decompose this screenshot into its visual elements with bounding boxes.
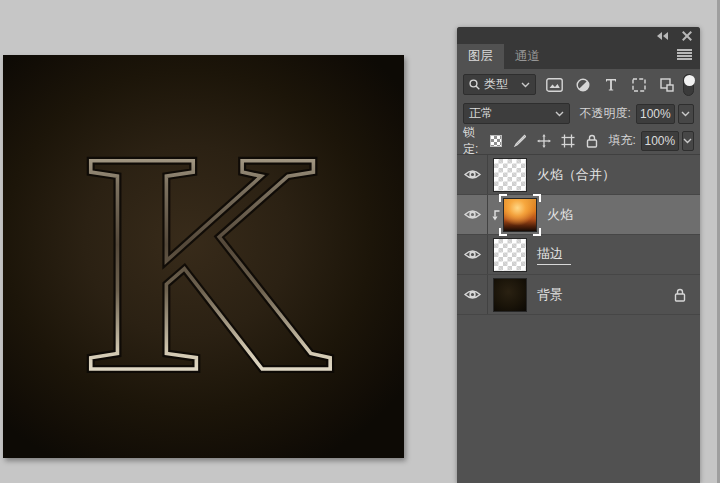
close-icon[interactable] [682, 31, 692, 41]
lock-icons [488, 133, 600, 149]
search-icon [469, 79, 480, 90]
blend-mode-value: 正常 [469, 105, 493, 122]
filter-toggle-knob [684, 75, 695, 86]
fill-label: 填充: [609, 132, 636, 149]
layer-thumbnail[interactable] [493, 278, 527, 312]
lock-all-icon[interactable] [584, 133, 600, 149]
layer-thumbnail[interactable] [493, 158, 527, 192]
filter-adjustment-layers-icon[interactable] [574, 76, 591, 93]
chevron-down-icon [521, 82, 530, 88]
filter-pixel-layers-icon[interactable] [546, 76, 563, 93]
chevron-down-icon [683, 138, 692, 144]
chevron-down-icon [681, 111, 690, 117]
eye-icon [464, 289, 481, 300]
layers-panel: 图层 通道 类型 [457, 27, 700, 483]
panel-tabs: 图层 通道 [457, 44, 700, 69]
filter-shape-layers-icon[interactable] [630, 76, 647, 93]
layer-row-background[interactable]: 背景 [457, 275, 700, 315]
filter-type-icons [546, 76, 675, 93]
filter-kind-select[interactable]: 类型 [463, 74, 536, 95]
layer-lock-icon [674, 288, 686, 302]
svg-text:K: K [85, 86, 333, 438]
panel-menu-icon[interactable] [677, 49, 692, 60]
fill-value[interactable]: 100% [641, 131, 679, 151]
chevron-down-icon [555, 111, 564, 117]
document-canvas[interactable]: K K [3, 55, 404, 458]
clipping-mask-icon [488, 209, 503, 221]
filter-toggle-switch[interactable] [683, 74, 694, 96]
layer-row-flame-merged[interactable]: 火焰（合并） [457, 155, 700, 195]
layer-row-flame[interactable]: 火焰 [457, 195, 700, 235]
fill-dropdown-button[interactable] [682, 131, 694, 151]
layer-list: 火焰（合并） [457, 154, 700, 315]
visibility-toggle[interactable] [457, 195, 488, 234]
blend-mode-select[interactable]: 正常 [463, 103, 570, 124]
lock-pixels-icon[interactable] [512, 133, 528, 149]
blend-opacity-row: 正常 不透明度: 100% [457, 100, 700, 127]
tab-channels[interactable]: 通道 [504, 44, 551, 69]
opacity-label: 不透明度: [579, 105, 630, 122]
opacity-value[interactable]: 100% [636, 104, 675, 124]
layer-thumbnail-selected[interactable] [503, 198, 537, 232]
visibility-toggle[interactable] [457, 155, 488, 194]
layer-row-stroke[interactable]: 描边 [457, 235, 700, 275]
lock-transparency-icon[interactable] [488, 133, 504, 149]
lock-position-icon[interactable] [536, 133, 552, 149]
layer-name[interactable]: 描边 [537, 245, 571, 265]
lock-fill-row: 锁定: [457, 127, 700, 154]
layer-name[interactable]: 火焰 [547, 206, 573, 224]
opacity-dropdown-button[interactable] [678, 104, 694, 124]
visibility-toggle[interactable] [457, 275, 488, 314]
layer-name[interactable]: 背景 [537, 286, 563, 304]
layer-thumbnail[interactable] [493, 238, 527, 272]
visibility-toggle[interactable] [457, 235, 488, 274]
collapse-panel-icon[interactable] [657, 32, 668, 40]
lock-label: 锁定: [463, 124, 482, 158]
lock-artboard-icon[interactable] [560, 133, 576, 149]
filter-smart-objects-icon[interactable] [658, 76, 675, 93]
layer-filter-row: 类型 [457, 69, 700, 100]
panel-titlebar [457, 27, 700, 44]
eye-icon [464, 249, 481, 260]
filter-kind-label: 类型 [484, 76, 508, 93]
eye-icon [464, 169, 481, 180]
layer-name[interactable]: 火焰（合并） [537, 166, 615, 184]
tab-layers[interactable]: 图层 [457, 44, 504, 69]
eye-icon [464, 209, 481, 220]
letter-k-artwork: K K [3, 55, 404, 458]
filter-type-layers-icon[interactable] [602, 76, 619, 93]
